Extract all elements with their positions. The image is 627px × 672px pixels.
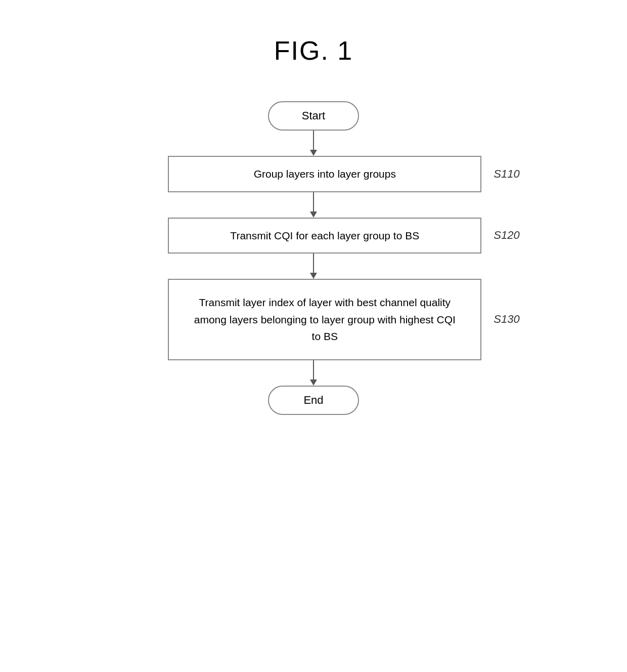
step-s120-box: Transmit CQI for each layer group to BS [168, 218, 481, 254]
end-node: End [268, 386, 359, 415]
arrow-1 [310, 131, 317, 156]
arrow-2 [310, 192, 317, 218]
flowchart: Start Group layers into layer groups S11… [30, 101, 597, 415]
arrow-3 [310, 254, 317, 279]
step-s130-box: Transmit layer index of layer with best … [168, 279, 481, 360]
step-s120-label: S120 [494, 229, 519, 242]
step-s120-row: Transmit CQI for each layer group to BS … [30, 218, 597, 254]
step-s110-box: Group layers into layer groups [168, 156, 481, 192]
step-s110-label: S110 [494, 167, 519, 181]
step-s130-row: Transmit layer index of layer with best … [30, 279, 597, 360]
figure-title: FIG. 1 [274, 35, 353, 66]
step-s130-label: S130 [494, 313, 519, 326]
start-node: Start [268, 101, 359, 131]
step-s110-row: Group layers into layer groups S110 [30, 156, 597, 192]
arrow-4 [310, 360, 317, 386]
